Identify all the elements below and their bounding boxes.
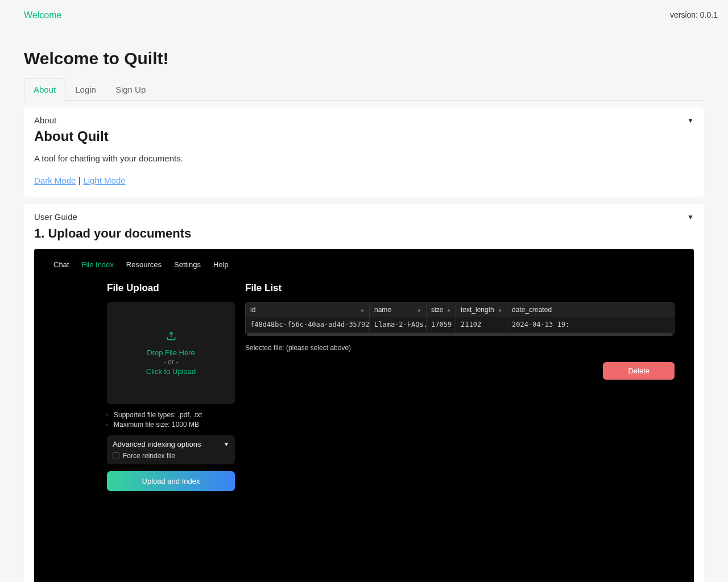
col-name[interactable]: name▲ [370,302,427,317]
sort-icon: ▲ [417,307,421,313]
step-1-title: 1. Upload your documents [34,226,694,241]
cell-text-length: 21102 [456,317,507,332]
about-title: About Quilt [34,128,694,144]
cell-id: f48d48bc-f56c-40aa-ad4d-35792eec2f5b [246,317,370,332]
about-panel: About ▼ About Quilt A tool for chatting … [24,107,704,197]
file-table: id▲ name▲ size▲ text_length▲ date_create… [245,302,675,336]
nav-welcome-link[interactable]: Welcome [24,10,61,20]
about-panel-header: About [34,115,56,125]
sort-icon: ▲ [446,307,451,313]
advanced-options-label: Advanced indexing options [113,440,201,448]
embed-tab-chat[interactable]: Chat [53,260,69,269]
sort-icon: ▲ [498,307,502,313]
light-mode-link[interactable]: Light Mode [83,176,125,185]
upload-icon [166,331,176,343]
hint-filetypes: Supported file types: .pdf, .txt [107,411,235,419]
hint-filesize: Maximum file size: 1000 MB [107,421,235,429]
upload-index-button[interactable]: Upload and Index [107,471,235,491]
upload-title: File Upload [107,282,235,294]
embed-tab-help[interactable]: Help [213,260,229,269]
tab-login[interactable]: Login [65,78,106,100]
embed-tab-resources[interactable]: Resources [126,260,162,269]
table-row[interactable]: f48d48bc-f56c-40aa-ad4d-35792eec2f5b Lla… [246,317,674,332]
sort-icon: ▲ [360,307,365,313]
tab-signup[interactable]: Sign Up [106,78,155,100]
embed-tab-file-index[interactable]: File Index [81,260,113,269]
version-label: version: 0.0.1 [670,10,718,19]
col-size[interactable]: size▲ [427,302,456,317]
col-text-length[interactable]: text_length▲ [456,302,507,317]
dark-mode-link[interactable]: Dark Mode [34,176,76,185]
advanced-options[interactable]: Advanced indexing options ▼ Force reinde… [107,435,235,464]
collapse-icon[interactable]: ▼ [687,213,694,221]
about-desc: A tool for chatting with your documents. [34,153,694,163]
drop-line-1: Drop File Here [147,348,195,357]
force-reindex-checkbox[interactable] [113,452,119,459]
embed-nav: Chat File Index Resources Settings Help [53,260,675,282]
col-date-created[interactable]: date_created [507,302,570,317]
list-title: File List [245,282,675,294]
cell-size: 17059 [427,317,456,332]
tab-bar: About Login Sign Up [24,78,704,101]
embed-tab-settings[interactable]: Settings [174,260,201,269]
selected-file-label: Selected file: (please select above) [245,344,675,352]
mode-separator: | [76,176,83,185]
drop-or: - or - [164,358,178,366]
file-dropzone[interactable]: Drop File Here - or - Click to Upload [107,302,235,404]
collapse-icon[interactable]: ▼ [687,117,694,124]
guide-screenshot: Chat File Index Resources Settings Help … [34,249,694,582]
drop-line-2: Click to Upload [146,367,196,376]
cell-date: 2024-04-13 19:18 [507,317,570,332]
col-id[interactable]: id▲ [246,302,370,317]
cell-name: Llama-2-FAQs.txt [370,317,427,332]
guide-panel-header: User Guide [34,212,77,222]
delete-button[interactable]: Delete [603,362,675,380]
guide-panel: User Guide ▼ 1. Upload your documents Ch… [24,204,704,582]
force-reindex-label: Force reindex file [123,452,175,460]
page-title: Welcome to Quilt! [24,49,704,68]
table-scrollbar[interactable] [246,332,674,335]
chevron-down-icon: ▼ [224,441,229,447]
tab-about[interactable]: About [24,78,65,100]
